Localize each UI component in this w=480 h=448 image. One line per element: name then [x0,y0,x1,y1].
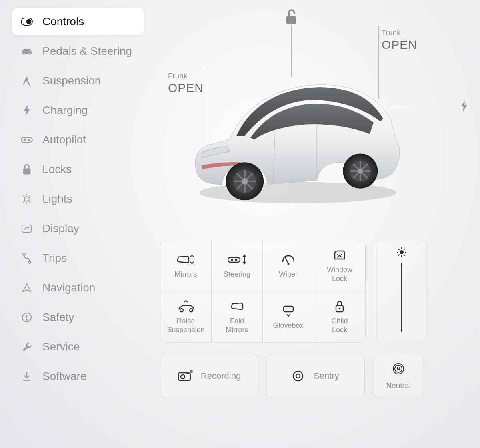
svg-point-51 [190,309,193,312]
navigation-icon [21,282,33,294]
quick-label: Wiper [279,270,298,279]
quick-fold-mirrors[interactable]: Fold Mirrors [212,291,263,342]
sidebar-item-label: Autopilot [42,133,86,146]
svg-text:N: N [397,366,400,371]
sidebar-item-autopilot[interactable]: Autopilot [12,126,144,153]
sidebar-item-pedals-steering[interactable]: Pedals & Steering [12,38,144,65]
sidebar-item-label: Controls [42,15,84,28]
quick-raise-suspension[interactable]: Raise Suspension [160,291,212,342]
trunk-label-small: Trunk [382,29,417,37]
sidebar-item-label: Safety [42,311,74,324]
wiper-icon [281,253,296,266]
recording-label: Recording [201,371,241,381]
lightbulb-icon [21,193,33,205]
trunk-open-button[interactable]: Trunk OPEN [382,29,417,52]
quick-glovebox[interactable]: Glovebox [263,291,314,342]
svg-rect-4 [21,137,32,142]
svg-line-46 [285,257,288,264]
brightness-slider[interactable] [376,240,427,342]
quick-label: Steering [224,270,250,279]
steering-icon [227,253,248,266]
sidebar-item-label: Pedals & Steering [42,45,132,58]
quick-child-lock[interactable]: Child Lock [314,291,365,342]
svg-rect-17 [22,225,32,232]
sidebar-item-charging[interactable]: Charging [12,97,144,124]
download-icon [21,370,33,382]
svg-point-5 [24,139,26,141]
svg-rect-42 [228,257,240,262]
svg-line-63 [404,249,405,250]
raise-suspension-icon [176,299,196,313]
quick-mirrors[interactable]: Mirrors [160,240,212,291]
sentry-label: Sentry [314,371,339,381]
trunk-label-big: OPEN [382,38,417,52]
steering-wheel-icon [21,134,33,146]
svg-point-69 [296,374,300,378]
sun-icon [396,247,407,259]
route-icon [21,252,33,264]
sidebar-item-label: Lights [42,193,72,205]
sidebar-item-suspension[interactable]: Suspension [12,67,144,94]
sidebar: Controls Pedals & Steering Suspension Ch… [0,0,152,448]
recording-indicator-dot [190,370,193,373]
svg-point-40 [358,168,363,173]
quick-label: Raise Suspension [167,317,204,334]
bolt-icon [21,104,33,116]
quick-wiper[interactable]: Wiper [263,240,314,291]
svg-rect-25 [286,16,296,24]
wrench-icon [21,341,33,353]
svg-point-44 [235,259,237,261]
sidebar-item-label: Navigation [42,281,95,294]
quick-steering[interactable]: Steering [212,240,263,291]
svg-point-1 [26,19,31,24]
svg-point-47 [287,263,289,265]
svg-rect-67 [186,372,189,374]
sidebar-item-display[interactable]: Display [12,215,144,242]
display-icon [21,223,33,235]
sidebar-item-lights[interactable]: Lights [12,185,144,213]
quick-label: Mirrors [175,270,197,279]
fold-mirrors-icon [230,299,244,313]
car-image [178,64,410,208]
lock-icon [21,163,33,175]
sidebar-item-safety[interactable]: Safety [12,304,144,331]
charge-port-button[interactable] [460,100,468,113]
svg-point-50 [180,309,183,312]
quick-window-lock[interactable]: Window Lock [314,240,365,291]
svg-point-33 [242,178,248,184]
svg-line-14 [29,201,30,203]
svg-line-64 [398,255,400,256]
sidebar-item-label: Trips [42,252,67,265]
car-icon [21,45,33,57]
sidebar-item-label: Display [42,222,79,235]
svg-point-8 [24,197,29,201]
sidebar-item-trips[interactable]: Trips [12,245,144,272]
sidebar-item-label: Charging [42,104,88,117]
sidebar-item-service[interactable]: Service [12,333,144,360]
vehicle-lock-toggle[interactable] [284,9,298,26]
neutral-label: Neutral [386,381,410,390]
sidebar-item-label: Service [42,340,80,353]
svg-point-43 [231,259,233,261]
dashcam-recording-button[interactable]: Recording [160,354,258,398]
window-lock-icon [333,248,346,262]
quick-label: Window Lock [327,266,352,283]
sidebar-item-locks[interactable]: Locks [12,156,144,183]
alert-icon [21,311,33,323]
child-lock-icon [334,299,345,313]
svg-point-3 [29,53,31,55]
svg-point-6 [28,139,30,141]
sentry-mode-button[interactable]: Sentry [266,354,365,398]
neutral-gear-button[interactable]: N Neutral [373,354,424,398]
svg-point-68 [293,371,303,381]
sidebar-item-controls[interactable]: Controls [12,8,144,35]
svg-line-16 [23,201,24,203]
svg-point-55 [339,308,341,310]
glovebox-icon [282,304,295,317]
svg-line-15 [29,195,30,197]
svg-line-13 [23,195,24,197]
car-visualization: Frunk OPEN Trunk OPEN [160,4,464,228]
sidebar-item-software[interactable]: Software [12,363,144,390]
sidebar-item-navigation[interactable]: Navigation [12,274,144,301]
quick-label: Fold Mirrors [226,317,248,334]
